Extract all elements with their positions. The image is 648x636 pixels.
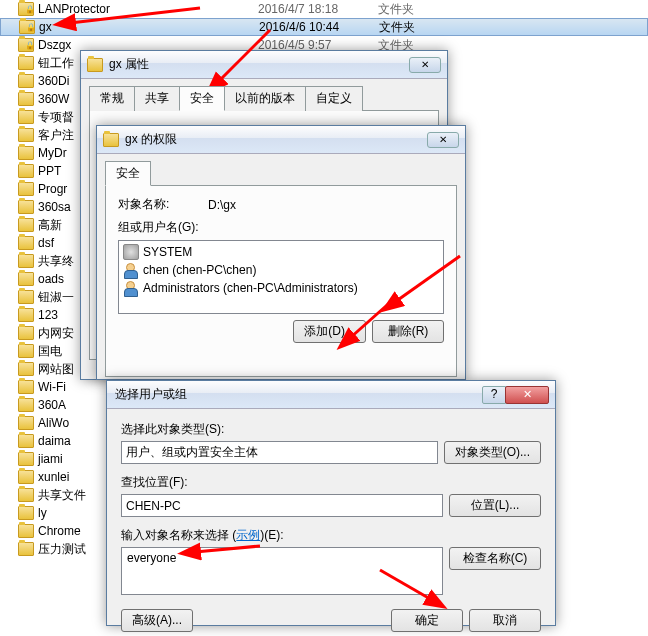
list-item[interactable]: chen (chen-PC\chen) — [121, 261, 441, 279]
folder-icon — [18, 218, 34, 232]
file-type: 文件夹 — [378, 1, 414, 18]
folder-icon — [18, 2, 34, 16]
tabs: 安全 — [97, 154, 465, 185]
folder-icon — [18, 254, 34, 268]
folder-icon — [18, 128, 34, 142]
object-type-label: 选择此对象类型(S): — [121, 421, 541, 438]
folder-icon — [18, 398, 34, 412]
folder-icon — [18, 236, 34, 250]
titlebar[interactable]: gx 属性 ✕ — [81, 51, 447, 79]
folder-icon — [18, 308, 34, 322]
user-name: SYSTEM — [143, 245, 192, 259]
list-item[interactable]: SYSTEM — [121, 243, 441, 261]
file-date: 2016/4/6 10:44 — [259, 20, 379, 34]
folder-icon — [18, 164, 34, 178]
user-name: Administrators (chen-PC\Administrators) — [143, 281, 358, 295]
folder-icon — [18, 416, 34, 430]
cancel-button[interactable]: 取消 — [469, 609, 541, 632]
check-names-button[interactable]: 检查名称(C) — [449, 547, 541, 570]
list-item[interactable]: Administrators (chen-PC\Administrators) — [121, 279, 441, 297]
folder-icon — [18, 488, 34, 502]
tab-security[interactable]: 安全 — [105, 161, 151, 186]
folder-icon — [18, 92, 34, 106]
folder-icon — [18, 110, 34, 124]
user-icon — [123, 262, 139, 278]
titlebar[interactable]: 选择用户或组 ? ✕ — [107, 381, 555, 409]
folder-icon — [18, 506, 34, 520]
folder-icon — [18, 362, 34, 376]
tab-previous-versions[interactable]: 以前的版本 — [224, 86, 306, 111]
folder-icon — [18, 380, 34, 394]
file-name: gx — [39, 20, 259, 34]
ok-button[interactable]: 确定 — [391, 609, 463, 632]
file-type: 文件夹 — [379, 19, 415, 36]
tab-panel: 对象名称: D:\gx 组或用户名(G): SYSTEMchen (chen-P… — [105, 185, 457, 377]
folder-icon — [18, 326, 34, 340]
object-type-field — [121, 441, 438, 464]
object-name-label: 对象名称: — [118, 196, 208, 213]
folder-icon — [18, 470, 34, 484]
folder-icon — [103, 133, 119, 147]
select-users-dialog: 选择用户或组 ? ✕ 选择此对象类型(S): 对象类型(O)... 查找位置(F… — [106, 380, 556, 626]
folder-icon — [18, 434, 34, 448]
system-icon — [123, 244, 139, 260]
file-name: LANProtector — [38, 2, 258, 16]
folder-icon — [18, 56, 34, 70]
folder-icon — [18, 200, 34, 214]
folder-icon — [18, 74, 34, 88]
remove-button[interactable]: 删除(R) — [372, 320, 444, 343]
tab-share[interactable]: 共享 — [134, 86, 180, 111]
file-date: 2016/4/7 18:18 — [258, 2, 378, 16]
location-label: 查找位置(F): — [121, 474, 541, 491]
tab-custom[interactable]: 自定义 — [305, 86, 363, 111]
folder-icon — [19, 20, 35, 34]
permissions-dialog: gx 的权限 ✕ 安全 对象名称: D:\gx 组或用户名(G): SYSTEM… — [96, 125, 466, 380]
object-name-value: D:\gx — [208, 198, 236, 212]
advanced-button[interactable]: 高级(A)... — [121, 609, 193, 632]
location-field — [121, 494, 443, 517]
folder-icon — [18, 344, 34, 358]
close-icon[interactable]: ✕ — [505, 386, 549, 404]
object-names-input[interactable] — [121, 547, 443, 595]
tabs: 常规 共享 安全 以前的版本 自定义 — [81, 79, 447, 110]
user-name: chen (chen-PC\chen) — [143, 263, 256, 277]
folder-icon — [18, 182, 34, 196]
group-users-label: 组或用户名(G): — [118, 219, 444, 236]
folder-icon — [87, 58, 103, 72]
file-row[interactable]: gx2016/4/6 10:44文件夹 — [0, 18, 648, 36]
folder-icon — [18, 290, 34, 304]
folder-icon — [18, 146, 34, 160]
titlebar[interactable]: gx 的权限 ✕ — [97, 126, 465, 154]
folder-icon — [18, 524, 34, 538]
folder-icon — [18, 272, 34, 286]
users-listbox[interactable]: SYSTEMchen (chen-PC\chen)Administrators … — [118, 240, 444, 314]
object-types-button[interactable]: 对象类型(O)... — [444, 441, 541, 464]
examples-link[interactable]: 示例 — [236, 528, 260, 542]
user-icon — [123, 280, 139, 296]
folder-icon — [18, 452, 34, 466]
help-icon[interactable]: ? — [482, 386, 506, 404]
tab-general[interactable]: 常规 — [89, 86, 135, 111]
dialog-title: gx 的权限 — [125, 131, 427, 148]
object-names-label: 输入对象名称来选择 (示例)(E): — [121, 527, 541, 544]
locations-button[interactable]: 位置(L)... — [449, 494, 541, 517]
add-button[interactable]: 添加(D)... — [293, 320, 366, 343]
tab-security[interactable]: 安全 — [179, 86, 225, 111]
close-icon[interactable]: ✕ — [409, 57, 441, 73]
folder-icon — [18, 542, 34, 556]
folder-icon — [18, 38, 34, 52]
dialog-title: 选择用户或组 — [115, 386, 482, 403]
file-row[interactable]: LANProtector2016/4/7 18:18文件夹 — [0, 0, 648, 18]
close-icon[interactable]: ✕ — [427, 132, 459, 148]
dialog-title: gx 属性 — [109, 56, 409, 73]
